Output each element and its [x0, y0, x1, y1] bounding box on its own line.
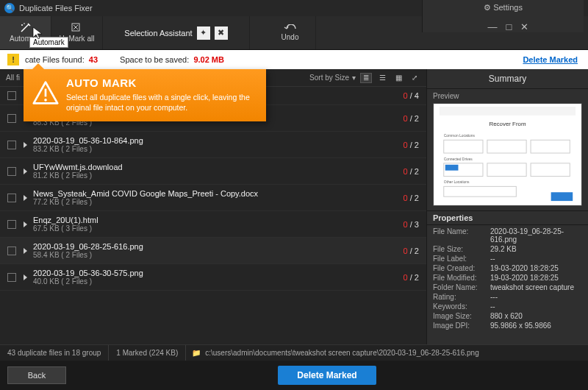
file-meta: 40.0 KB ( 2 Files ) — [33, 277, 404, 286]
close-icon[interactable]: ✕ — [520, 21, 528, 32]
property-key: Folder Name: — [433, 283, 490, 291]
svg-point-0 — [21, 24, 23, 26]
property-key: File Name: — [433, 227, 490, 244]
summary-panel: Summary Preview Recover From Common Loca… — [426, 69, 588, 344]
properties-label: Properties — [427, 210, 588, 225]
maximize-icon[interactable]: □ — [506, 21, 512, 32]
expand-icon[interactable] — [24, 195, 27, 201]
selection-assistant-label: Selection Assistant — [124, 29, 192, 38]
row-checkbox[interactable] — [7, 91, 16, 100]
selection-count: 0 / 2 — [404, 247, 419, 255]
status-path: 📁 c:\users\admin\documents\tweakshot scr… — [186, 349, 588, 357]
svg-rect-3 — [435, 104, 580, 205]
file-meta: 67.5 KB ( 3 Files ) — [33, 224, 404, 233]
row-checkbox[interactable] — [7, 247, 16, 255]
svg-text:Recover From: Recover From — [490, 121, 526, 127]
property-key: Image Size: — [433, 312, 490, 320]
settings-label: Settings — [493, 3, 523, 12]
table-row[interactable]: 2020-03-19_05-36-10-864.png83.2 KB ( 2 F… — [0, 132, 426, 158]
expand-icon[interactable] — [24, 221, 27, 227]
status-group-info: 43 duplicate files in 18 group — [0, 345, 109, 361]
undo-icon — [284, 24, 297, 33]
property-value: -- — [490, 255, 582, 263]
property-key: File Modified: — [433, 274, 490, 282]
row-checkbox[interactable] — [7, 167, 16, 176]
file-name: News_Systeak_Amid COVID Google Maps_Pree… — [33, 189, 404, 198]
table-row[interactable]: UFYwWwmt.js.download81.2 KB ( 2 Files )0… — [0, 158, 426, 185]
row-checkbox[interactable] — [7, 194, 16, 202]
view-list-icon[interactable]: ≣ — [360, 73, 372, 83]
properties-list: File Name:2020-03-19_06-28-25-616.pngFil… — [427, 225, 588, 332]
app-title: Duplicate Files Fixer — [19, 4, 422, 13]
property-value: 880 x 620 — [490, 312, 582, 320]
property-row: File Modified:19-03-2020 18:28:25 — [433, 273, 582, 283]
expand-icon[interactable] — [24, 169, 27, 174]
expand-icon[interactable] — [24, 274, 27, 280]
file-rows[interactable]: 0 / 4analytics.js.download88.3 KB ( 2 Fi… — [0, 87, 426, 344]
file-meta: 58.4 KB ( 2 Files ) — [33, 251, 404, 259]
table-row[interactable]: 2020-03-19_05-36-30-575.png40.0 KB ( 2 F… — [0, 264, 426, 291]
property-value: 29.2 KB — [490, 245, 582, 253]
row-checkbox[interactable] — [7, 141, 16, 149]
file-name: 2020-03-19_06-28-25-616.png — [33, 242, 404, 251]
selection-count: 0 / 2 — [404, 141, 419, 149]
callout-title: AUTO MARK — [66, 77, 257, 89]
view-detail-icon[interactable]: ☰ — [376, 73, 388, 83]
svg-rect-4 — [440, 107, 576, 116]
file-name: 2020-03-19_05-36-30-575.png — [33, 269, 404, 277]
table-row[interactable]: Enqz_20U(1).html67.5 KB ( 3 Files )0 / 3 — [0, 211, 426, 238]
expand-icon[interactable] — [24, 142, 27, 148]
titlebar: 🔍 Duplicate Files Fixer ▦ Action Center … — [0, 0, 588, 16]
table-row[interactable]: News_Systeak_Amid COVID Google Maps_Pree… — [0, 185, 426, 211]
selection-count: 0 / 3 — [404, 220, 419, 229]
delete-marked-link[interactable]: Delete Marked — [523, 55, 581, 64]
row-checkbox[interactable] — [7, 114, 16, 123]
svg-point-1 — [24, 23, 25, 24]
status-marked-info: 1 Marked (224 KB) — [109, 345, 186, 361]
view-grid-icon[interactable]: ▦ — [392, 73, 404, 83]
property-row: Image DPI:95.9866 x 95.9866 — [433, 321, 582, 330]
settings-link[interactable]: ⚙ Settings — [484, 3, 523, 13]
selection-count: 0 / 4 — [404, 91, 419, 100]
view-expand-icon[interactable]: ⤢ — [409, 73, 420, 83]
property-row: Image Size:880 x 620 — [433, 311, 582, 321]
property-key: File Size: — [433, 245, 490, 253]
undo-button[interactable]: Undo — [265, 16, 316, 49]
file-meta: 77.2 KB ( 2 Files ) — [33, 198, 404, 206]
expand-icon[interactable] — [24, 248, 27, 254]
preview-image: Recover From Common Locations Connected … — [433, 103, 582, 206]
file-name: Enqz_20U(1).html — [33, 216, 404, 224]
status-bar: 43 duplicate files in 18 group 1 Marked … — [0, 344, 588, 361]
space-value: 9.02 MB — [193, 55, 224, 64]
property-value: 2020-03-19_06-28-25-616.png — [490, 227, 582, 244]
property-value: tweakshot screen capture — [490, 283, 582, 291]
sort-dropdown[interactable]: Sort by Size ▾ — [309, 74, 356, 82]
warning-icon: ! — [7, 54, 19, 65]
assist-tool-2[interactable]: ✖ — [215, 26, 228, 40]
table-row[interactable]: 2020-03-19_06-28-25-616.png58.4 KB ( 2 F… — [0, 238, 426, 264]
property-value: --- — [490, 293, 582, 301]
svg-text:Connected Drives: Connected Drives — [444, 157, 473, 161]
folder-icon: 📁 — [192, 349, 201, 357]
property-row: Rating:--- — [433, 292, 582, 302]
unmark-icon — [71, 23, 83, 33]
property-row: File Size:29.2 KB — [433, 244, 582, 254]
file-meta: 83.2 KB ( 2 Files ) — [33, 145, 404, 153]
svg-text:Other Locations: Other Locations — [444, 180, 470, 184]
delete-marked-button[interactable]: Delete Marked — [278, 366, 376, 385]
minimize-icon[interactable]: ― — [488, 21, 498, 32]
row-checkbox[interactable] — [7, 220, 16, 229]
assist-tool-1[interactable]: ✦ — [197, 26, 210, 40]
footer: Back Delete Marked — [0, 361, 588, 390]
svg-rect-12 — [445, 165, 459, 171]
row-checkbox[interactable] — [7, 273, 16, 282]
property-value: 19-03-2020 18:28:25 — [490, 274, 582, 282]
callout-desc: Select all duplicate files with a single… — [66, 92, 257, 113]
property-key: File Label: — [433, 255, 490, 263]
property-key: Rating: — [433, 293, 490, 301]
back-button[interactable]: Back — [7, 366, 66, 384]
property-row: Keywords:-- — [433, 302, 582, 311]
property-row: File Name:2020-03-19_06-28-25-616.png — [433, 227, 582, 244]
property-key: Keywords: — [433, 302, 490, 311]
wand-icon — [20, 23, 32, 33]
